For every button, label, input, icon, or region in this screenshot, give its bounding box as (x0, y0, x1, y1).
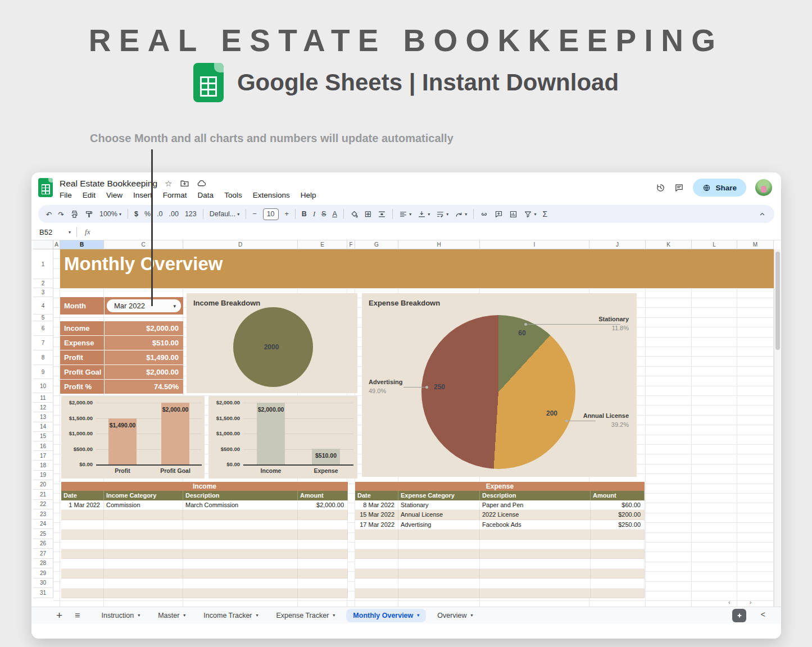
menu-insert[interactable]: Insert (133, 191, 152, 199)
filter-button[interactable]: ▾ (524, 210, 536, 218)
add-sheet-button[interactable]: + (56, 609, 62, 622)
insert-chart-button[interactable] (509, 210, 518, 218)
all-sheets-button[interactable]: ≡ (75, 610, 80, 621)
tab-menu-arrow-icon[interactable]: ▾ (470, 613, 473, 618)
select-all-corner[interactable] (33, 240, 53, 249)
horizontal-scrollbar[interactable]: ‹› (728, 599, 770, 605)
cloud-status-icon[interactable] (197, 179, 206, 188)
menu-file[interactable]: File (60, 191, 72, 199)
menu-help[interactable]: Help (301, 191, 316, 199)
column-header-L[interactable]: L (692, 240, 737, 249)
comment-history-icon[interactable] (674, 183, 684, 193)
zoom-select[interactable]: 100%▾ (99, 210, 121, 218)
menu-tools[interactable]: Tools (224, 191, 242, 199)
row-header-1[interactable]: 1 (33, 249, 53, 279)
name-box[interactable]: B52 (39, 228, 69, 236)
vertical-scrollbar[interactable] (774, 249, 781, 607)
scroll-tabs-left-icon[interactable]: < (761, 610, 765, 619)
tab-expense-tracker[interactable]: Expense Tracker▾ (270, 609, 342, 622)
row-header-18[interactable]: 18 (33, 461, 53, 470)
move-folder-icon[interactable] (180, 179, 189, 188)
row-header-4[interactable]: 4 (33, 297, 53, 315)
column-header-I[interactable]: I (480, 240, 589, 249)
print-button[interactable] (70, 210, 79, 218)
month-dropdown[interactable]: Mar 2022 ▾ (107, 299, 181, 312)
bold-button[interactable]: B (302, 210, 307, 218)
row-header-15[interactable]: 15 (33, 432, 53, 441)
column-header-A[interactable]: A (53, 240, 60, 249)
tab-income-tracker[interactable]: Income Tracker▾ (197, 609, 265, 622)
row-header-20[interactable]: 20 (33, 480, 53, 490)
row-header-24[interactable]: 24 (33, 520, 53, 530)
document-title[interactable]: Real Estate Bookkeeping (60, 179, 157, 189)
row-header-31[interactable]: 31 (33, 588, 53, 598)
vertical-align-button[interactable]: ▾ (418, 210, 430, 218)
row-header-25[interactable]: 25 (33, 529, 53, 539)
row-header-6[interactable]: 6 (33, 321, 53, 336)
income-breakdown-chart[interactable]: Income Breakdown 2000 (187, 293, 357, 393)
paint-format-button[interactable] (85, 210, 93, 218)
text-color-button[interactable]: A (332, 210, 337, 218)
row-header-5[interactable]: 5 (33, 315, 53, 321)
row-header-13[interactable]: 13 (33, 412, 53, 422)
font-select[interactable]: Defaul...▾ (210, 210, 240, 218)
column-header-D[interactable]: D (183, 240, 298, 249)
insert-link-button[interactable] (480, 210, 488, 218)
column-header-E[interactable]: E (298, 240, 347, 249)
font-size-input[interactable]: 10 (263, 208, 279, 220)
income-expense-bar-chart[interactable]: $2,000.00$1,500.00$1,000.00$500.00$0.00$… (208, 396, 357, 479)
row-header-30[interactable]: 30 (33, 578, 53, 589)
merge-cells-button[interactable] (378, 210, 386, 218)
italic-button[interactable]: I (313, 210, 315, 218)
currency-button[interactable]: $ (134, 210, 138, 218)
row-header-11[interactable]: 11 (33, 393, 53, 403)
menu-extensions[interactable]: Extensions (253, 191, 290, 199)
star-icon[interactable]: ☆ (165, 179, 172, 189)
text-wrap-button[interactable]: ▾ (436, 210, 448, 218)
menu-view[interactable]: View (106, 191, 123, 199)
tab-overview[interactable]: Overview▾ (430, 609, 479, 622)
undo-button[interactable]: ↶ (46, 210, 52, 218)
column-header-H[interactable]: H (398, 240, 480, 249)
redo-button[interactable]: ↷ (58, 210, 63, 218)
row-header-7[interactable]: 7 (33, 336, 53, 350)
row-header-17[interactable]: 17 (33, 451, 53, 461)
decrease-decimal-button[interactable]: .0 (157, 210, 162, 218)
menu-format[interactable]: Format (163, 191, 187, 199)
explore-button[interactable] (732, 609, 746, 622)
tab-menu-arrow-icon[interactable]: ▾ (138, 613, 140, 618)
row-header-27[interactable]: 27 (33, 549, 53, 559)
more-formats-button[interactable]: 123 (185, 210, 197, 218)
insert-comment-button[interactable] (495, 210, 503, 218)
expense-breakdown-chart[interactable]: Expense Breakdown Stationary 11.8% 60 Ad… (362, 293, 637, 477)
tab-instruction[interactable]: Instruction▾ (94, 609, 147, 622)
scrollbar-thumb[interactable] (775, 252, 780, 350)
menu-data[interactable]: Data (198, 191, 214, 199)
column-header-F[interactable]: F (347, 240, 355, 249)
avatar[interactable] (755, 179, 772, 196)
strikethrough-button[interactable]: S (321, 210, 326, 218)
row-header-22[interactable]: 22 (33, 500, 53, 510)
horizontal-align-button[interactable]: ▾ (399, 210, 411, 218)
tab-master[interactable]: Master▾ (151, 609, 192, 622)
row-header-14[interactable]: 14 (33, 422, 53, 432)
share-button[interactable]: Share (693, 179, 746, 197)
row-header-9[interactable]: 9 (33, 365, 53, 379)
row-header-21[interactable]: 21 (33, 490, 53, 500)
percent-button[interactable]: % (144, 210, 151, 218)
fill-color-button[interactable] (350, 210, 359, 218)
name-box-arrow-icon[interactable]: ▾ (69, 230, 71, 235)
column-header-G[interactable]: G (355, 240, 398, 249)
column-header-K[interactable]: K (646, 240, 692, 249)
text-rotation-button[interactable]: ▾ (455, 210, 467, 218)
row-header-2[interactable]: 2 (33, 279, 53, 288)
functions-button[interactable]: Σ (542, 209, 547, 218)
column-header-B[interactable]: B (60, 240, 104, 249)
version-history-icon[interactable] (656, 183, 665, 193)
row-header-12[interactable]: 12 (33, 403, 53, 412)
column-header-M[interactable]: M (737, 240, 774, 249)
tab-menu-arrow-icon[interactable]: ▾ (417, 613, 419, 618)
decrease-font-button[interactable]: − (252, 210, 256, 218)
row-header-26[interactable]: 26 (33, 539, 53, 549)
row-header-16[interactable]: 16 (33, 441, 53, 451)
